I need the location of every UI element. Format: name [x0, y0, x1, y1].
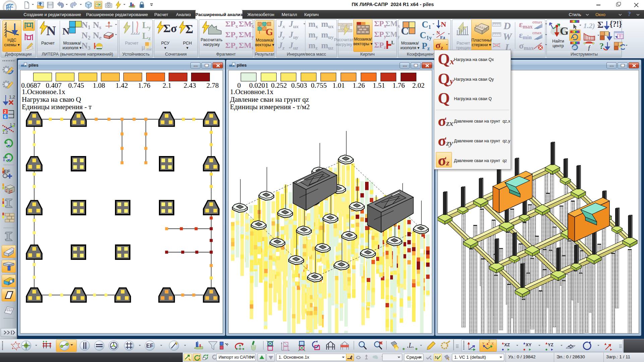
svg-text:G: G: [560, 25, 568, 37]
svg-text:2: 2: [4, 109, 6, 114]
svg-text:N: N: [441, 20, 446, 28]
svg-text:μ: μ: [141, 44, 145, 51]
svg-text:EF: EF: [146, 343, 154, 349]
svg-text:EF: EF: [4, 168, 10, 174]
svg-text:Fд: Fд: [440, 35, 445, 40]
svg-text:σmax: σmax: [532, 19, 542, 24]
svg-text:1,2: 1,2: [9, 94, 15, 99]
svg-text:min: min: [147, 47, 152, 51]
svg-text:εmax: εmax: [532, 30, 542, 35]
svg-text:Z: Z: [488, 340, 490, 344]
svg-text:XY: XY: [526, 342, 532, 347]
svg-text:XZ: XZ: [504, 342, 510, 347]
svg-text:Y: Y: [482, 342, 484, 346]
svg-text:YZ: YZ: [548, 342, 553, 347]
svg-text:N: N: [436, 30, 440, 35]
svg-text:6: 6: [4, 114, 6, 119]
svg-text:G: G: [266, 26, 272, 37]
svg-text:f: f: [588, 44, 591, 51]
svg-text:?: ?: [599, 42, 604, 51]
svg-text:X: X: [491, 342, 494, 346]
svg-text:L: L: [391, 40, 394, 45]
